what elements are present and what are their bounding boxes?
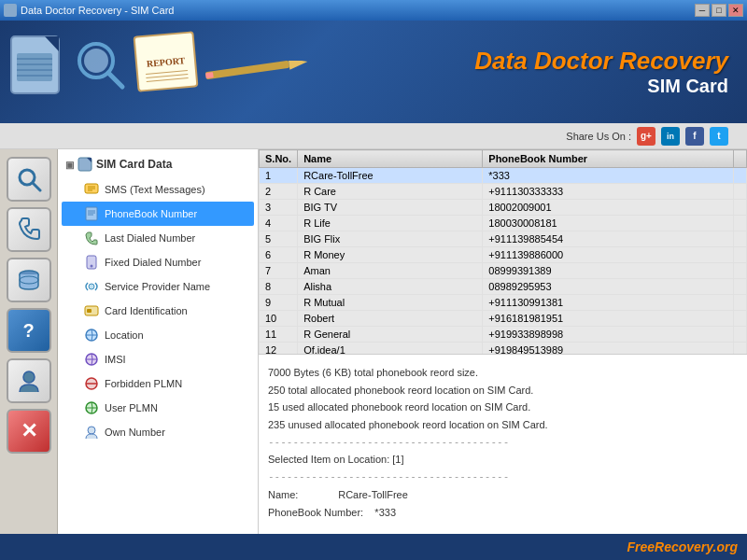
title-bar-controls: ─ □ ✕ <box>695 4 743 17</box>
cell-name: R Mutual <box>298 295 483 311</box>
forbidden-tree-icon <box>84 376 99 391</box>
cell-number: 08989295953 <box>483 279 734 295</box>
error-sidebar-button[interactable]: ✕ <box>7 409 51 454</box>
svg-marker-11 <box>289 61 308 70</box>
table-row[interactable]: 6 R Money +911139886000 <box>260 247 747 263</box>
minimize-button[interactable]: ─ <box>695 4 710 17</box>
header-logo-area: REPORT <box>9 25 317 98</box>
info-phone-value: *333 <box>374 507 396 518</box>
table-row[interactable]: 1 RCare-TollFree *333 <box>260 168 747 184</box>
sidebar-item-forbiddenplmn[interactable]: Forbidden PLMN <box>62 371 254 396</box>
cell-number: +919933898998 <box>483 327 734 343</box>
info-divider2: --------------------------------------- <box>268 469 738 486</box>
twitter-button[interactable]: t <box>710 127 728 146</box>
google-plus-button[interactable]: g+ <box>637 127 655 146</box>
info-name-value: RCare-TollFree <box>338 489 408 500</box>
card-tree-icon <box>84 303 99 318</box>
table-row[interactable]: 11 R General +919933898998 <box>260 327 747 343</box>
tree-items-container: SMS (Text Messages) PhoneBook Number Las… <box>62 177 254 444</box>
sidebar-item-lastdialed[interactable]: Last Dialed Number <box>62 226 254 250</box>
share-label: Share Us On : <box>566 131 631 142</box>
sidebar-item-cardid[interactable]: Card Identification <box>62 299 254 323</box>
info-phone-label: PhoneBook Number: <box>268 507 363 518</box>
cell-number: +911130333333 <box>483 184 734 200</box>
svg-rect-12 <box>205 72 214 78</box>
app-name: Data Doctor Recovery <box>474 47 728 76</box>
sidebar-item-location[interactable]: Location <box>62 323 254 347</box>
cell-name: BIG TV <box>298 200 483 216</box>
pencil-icon <box>205 61 317 79</box>
table-row[interactable]: 10 Robert +916181981951 <box>260 311 747 327</box>
close-icon: ✕ <box>21 419 37 443</box>
col-name: Name <box>298 150 483 168</box>
phone-sidebar-button[interactable] <box>7 207 51 252</box>
linkedin-button[interactable]: in <box>661 127 680 146</box>
location-tree-icon <box>84 328 99 343</box>
maximize-button[interactable]: □ <box>712 4 726 17</box>
table-row[interactable]: 7 Aman 08999391389 <box>260 263 747 279</box>
magnifier-icon <box>70 35 126 91</box>
cell-sno: 9 <box>260 295 298 311</box>
tree-item-label-phonebook: PhoneBook Number <box>105 208 197 219</box>
cell-name: R General <box>298 327 483 343</box>
cell-number: *333 <box>483 168 734 184</box>
cell-number: 180030008181 <box>483 216 734 231</box>
cell-sno: 10 <box>260 311 298 327</box>
tree-panel: ▣ SIM Card Data SMS (Text Messages) Phon… <box>58 149 259 534</box>
cell-number: +916181981951 <box>483 311 734 327</box>
table-row[interactable]: 12 Of.idea/1 +919849513989 <box>260 343 747 356</box>
info-phone-row: PhoneBook Number: *333 <box>268 504 738 522</box>
table-row[interactable]: 9 R Mutual +911130991381 <box>260 295 747 311</box>
content-area: ? ✕ ▣ SIM Card Data <box>0 149 747 534</box>
cell-sno: 1 <box>260 168 298 184</box>
magnifier-sidebar-button[interactable] <box>7 157 51 202</box>
imsi-tree-icon <box>84 352 99 367</box>
svg-rect-32 <box>87 309 92 313</box>
table-row[interactable]: 2 R Care +911130333333 <box>260 184 747 200</box>
database-sidebar-button[interactable] <box>7 258 51 302</box>
phone-icon <box>16 217 42 243</box>
table-row[interactable]: 3 BIG TV 18002009001 <box>260 200 747 216</box>
cell-number: +919849513989 <box>483 343 734 356</box>
title-bar-text: Data Doctor Recovery - SIM Card <box>21 5 174 16</box>
cell-name: R Money <box>298 247 483 263</box>
svg-point-8 <box>84 49 108 73</box>
share-bar: Share Us On : g+ in f t <box>0 123 747 149</box>
cell-name: R Life <box>298 216 483 231</box>
question-mark-icon: ? <box>22 320 34 342</box>
table-row[interactable]: 8 Alisha 08989295953 <box>260 279 747 295</box>
user-sidebar-button[interactable] <box>7 358 51 403</box>
svg-rect-24 <box>86 207 97 220</box>
tree-item-label-cardid: Card Identification <box>105 305 188 316</box>
footer: FreeRecovery.org <box>0 534 747 560</box>
app-subtitle: SIM Card <box>474 76 728 97</box>
table-row[interactable]: 5 BIG Flix +911139885454 <box>260 231 747 247</box>
cell-sno: 6 <box>260 247 298 263</box>
svg-point-41 <box>88 427 95 434</box>
right-panel: S.No. Name PhoneBook Number 1 RCare-Toll… <box>259 149 747 534</box>
expand-icon[interactable]: ▣ <box>65 160 74 170</box>
search-icon <box>16 166 42 192</box>
sidebar-item-userplmn[interactable]: User PLMN <box>62 396 254 420</box>
sidebar-item-serviceprovider[interactable]: Service Provider Name <box>62 274 254 299</box>
sidebar-item-imsi[interactable]: IMSI <box>62 347 254 371</box>
sidebar-item-phonebook[interactable]: PhoneBook Number <box>62 202 254 226</box>
tree-root: ▣ SIM Card Data <box>62 157 254 172</box>
cell-sno: 5 <box>260 231 298 247</box>
cell-number: +911139886000 <box>483 247 734 263</box>
cell-sno: 11 <box>260 327 298 343</box>
cell-name: Alisha <box>298 279 483 295</box>
sidebar-item-fixeddialed[interactable]: Fixed Dialed Number <box>62 250 254 274</box>
cell-name: R Care <box>298 184 483 200</box>
facebook-button[interactable]: f <box>685 127 704 146</box>
info-line1: 7000 Bytes (6 KB) total phonebook reord … <box>268 364 738 382</box>
sidebar-item-sms[interactable]: SMS (Text Messages) <box>62 177 254 202</box>
col-sno: S.No. <box>260 150 298 168</box>
help-sidebar-button[interactable]: ? <box>7 308 51 353</box>
sidebar-item-ownnumber[interactable]: Own Number <box>62 420 254 444</box>
table-container[interactable]: S.No. Name PhoneBook Number 1 RCare-Toll… <box>259 149 747 355</box>
close-button[interactable]: ✕ <box>728 4 743 17</box>
svg-point-17 <box>23 371 35 383</box>
cell-number: 18002009001 <box>483 200 734 216</box>
table-row[interactable]: 4 R Life 180030008181 <box>260 216 747 231</box>
